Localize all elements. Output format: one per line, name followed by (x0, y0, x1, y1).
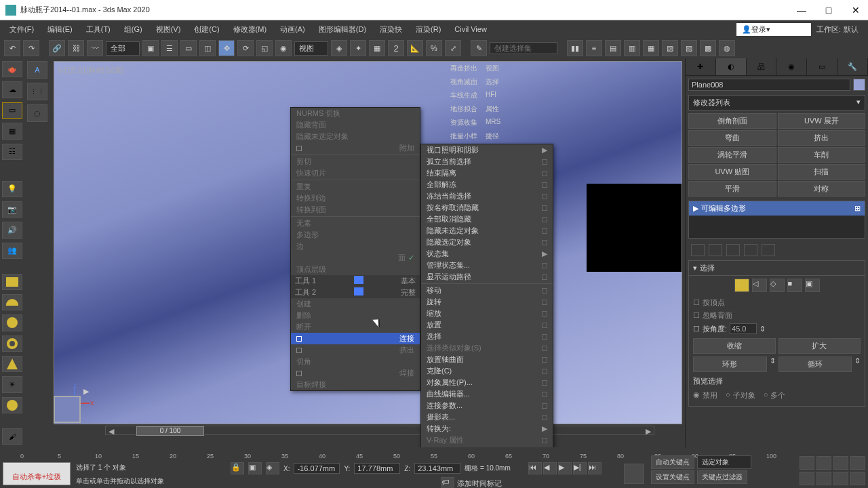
configure-button[interactable] (762, 244, 775, 256)
manage-button[interactable]: ▦ (369, 40, 385, 56)
ctx-item[interactable]: V-Ray 属性 (421, 434, 553, 446)
time-slider-handle[interactable]: 0 / 100 (136, 426, 204, 436)
snap-button[interactable]: ✦ (350, 40, 366, 56)
tab-hierarchy[interactable]: 品 (747, 58, 777, 75)
ctx-item[interactable]: 转换为:▶ (421, 423, 553, 434)
angle-snap-button[interactable]: 📐 (407, 40, 423, 56)
ctx-item[interactable]: 摄影表... (421, 411, 553, 423)
snap2-button[interactable]: 2 (388, 40, 404, 56)
stack-editable-poly[interactable]: ▶可编辑多边形 ⊞ (689, 201, 865, 216)
modifier-list-dropdown[interactable]: 修改器列表▾ (688, 95, 865, 110)
ctx-item[interactable]: 视口照明和阴影▶ (421, 144, 553, 156)
ctx-item[interactable]: 显示运动路径 (421, 271, 553, 283)
a-icon[interactable]: A (27, 61, 47, 79)
schematic-button[interactable]: ▦ (643, 40, 659, 56)
redo-button[interactable]: ↷ (23, 40, 39, 56)
zoom-all-button[interactable] (816, 456, 831, 470)
ctx-item[interactable]: 移动 (421, 285, 553, 296)
ctx-item[interactable]: 隐藏未选定对象 (421, 225, 553, 237)
add-time-label[interactable]: 添加时间标记 (457, 479, 502, 489)
ctx-item[interactable]: 放置 (421, 319, 553, 331)
maximize-button[interactable]: □ (822, 5, 835, 16)
mod-btn-1-1[interactable]: 挤出 (778, 130, 866, 146)
element-mode-button[interactable]: ▣ (805, 279, 820, 292)
rotate-button[interactable]: ⟳ (237, 40, 254, 56)
use-pivot-button[interactable]: ◈ (331, 40, 347, 56)
pan-button[interactable] (816, 472, 831, 485)
poly-mode-button[interactable]: ■ (787, 279, 802, 292)
tab-display[interactable]: ▭ (807, 58, 837, 75)
time-slider-track[interactable]: ◀ 0 / 100 ▶ (105, 426, 654, 435)
ctx-item[interactable]: 状态集▶ (421, 248, 553, 260)
auto-key-button[interactable]: 自动关键点 (651, 455, 694, 469)
ctx-item[interactable]: 按名称取消隐藏 (421, 202, 553, 214)
set-key-button[interactable]: 设置关键点 (651, 470, 694, 484)
material-button[interactable]: ▧ (662, 40, 678, 56)
key-target-dropdown[interactable]: 选定对象 (697, 455, 751, 469)
y-coord-input[interactable] (354, 463, 400, 474)
align-button[interactable]: ≡ (586, 40, 602, 56)
table-icon[interactable]: ☷ (2, 144, 22, 160)
angle-input[interactable] (730, 323, 757, 334)
tab-modify[interactable]: ◐ (716, 58, 747, 75)
zoom-extents-button[interactable] (833, 456, 848, 470)
ctx-item[interactable]: 结束隔离 (421, 167, 553, 179)
select-object-button[interactable]: ▣ (142, 40, 159, 56)
mod-btn-3-0[interactable]: UVW 贴图 (688, 164, 776, 180)
shrink-button[interactable]: 收缩 (693, 338, 776, 354)
maxscript-mini[interactable]: 自动杀毒+垃圾 (3, 462, 71, 485)
minimize-button[interactable]: — (795, 5, 808, 16)
x-coord-input[interactable] (294, 463, 340, 474)
isolate-button[interactable]: ▣ (248, 462, 262, 474)
box-icon[interactable] (2, 274, 22, 290)
speaker-icon[interactable]: 🔊 (2, 222, 22, 238)
ctx-item[interactable]: 冻结当前选择 (421, 190, 553, 202)
menu-tools[interactable]: 工具(T) (79, 24, 117, 35)
tab-create[interactable]: ✚ (686, 58, 716, 75)
select-window-button[interactable]: ◫ (199, 40, 216, 56)
mirror-button[interactable]: ▮▮ (567, 40, 583, 56)
teapot-icon[interactable]: 🫖 (2, 61, 22, 77)
ring-button[interactable]: 环形 (693, 357, 767, 372)
bind-button[interactable]: 〰 (87, 40, 103, 56)
viewport-thumbnail[interactable] (54, 396, 81, 423)
sun-icon[interactable]: ☀ (2, 376, 22, 392)
move-button[interactable]: ✥ (218, 40, 235, 56)
menu-modifiers[interactable]: 修改器(M) (226, 24, 274, 35)
play-button[interactable]: ▶ (558, 462, 572, 474)
ctx-item[interactable]: 对象属性(P)... (421, 377, 553, 388)
menu-file[interactable]: 文件(F) (3, 24, 41, 35)
goto-end-button[interactable]: ⏭ (588, 462, 601, 474)
rollout-selection-header[interactable]: ▾选择 (688, 260, 865, 276)
loop-button[interactable]: 循环 (778, 357, 852, 372)
mod-btn-3-1[interactable]: 扫描 (778, 164, 866, 180)
scale-button[interactable]: ◱ (256, 40, 273, 56)
layer-button[interactable]: ▤ (605, 40, 621, 56)
prev-frame-button[interactable]: ◀ (543, 462, 557, 474)
cloud-icon[interactable]: ☁ (2, 81, 22, 98)
edit-selset-button[interactable]: ✎ (471, 40, 487, 56)
ctx-item[interactable]: 孤立当前选择 (421, 156, 553, 167)
ctx-item[interactable]: 曲线编辑器... (421, 388, 553, 400)
menu-civil[interactable]: Civil View (448, 25, 493, 33)
brush-icon[interactable]: 🖌 (2, 428, 22, 445)
z-coord-input[interactable] (414, 463, 460, 474)
people-icon[interactable]: 👥 (2, 243, 22, 259)
zoom-extents-all-button[interactable] (850, 456, 865, 470)
menu-group[interactable]: 组(G) (117, 24, 149, 35)
show-result-button[interactable] (709, 244, 722, 256)
ctx-item[interactable]: 选择 (421, 331, 553, 342)
goto-start-button[interactable]: ⏮ (528, 462, 542, 474)
edge-mode-button[interactable]: ◁ (752, 279, 767, 292)
vertex-mode-button[interactable]: ⋮ (734, 279, 749, 292)
ctx-item[interactable]: 管理状态集... (421, 260, 553, 271)
close-button[interactable]: ✕ (849, 5, 863, 16)
border-mode-button[interactable]: ◇ (770, 279, 785, 292)
render-setup-button[interactable]: ▨ (681, 40, 697, 56)
select-rect-button[interactable]: ▭ (180, 40, 197, 56)
ctx-item[interactable]: 隐藏选定对象 (421, 237, 553, 248)
tab-motion[interactable]: ◉ (776, 58, 807, 75)
grow-button[interactable]: 扩大 (778, 338, 861, 354)
mod-btn-2-1[interactable]: 车削 (778, 147, 866, 163)
mod-btn-2-0[interactable]: 涡轮平滑 (688, 147, 776, 163)
